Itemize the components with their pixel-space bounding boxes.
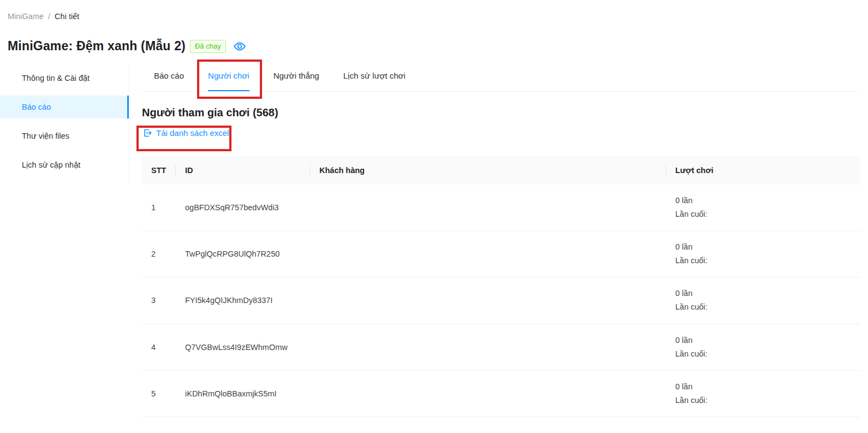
play-count: 0 lần [675, 194, 860, 207]
last-play-label: Lần cuối: [675, 254, 860, 268]
players-table-header: STT ID Khách hàng Lượt chơi [142, 156, 860, 185]
tab-lich-su-luot-choi[interactable]: Lịch sử lượt chơi [343, 64, 406, 91]
cell-stt: 3 [142, 296, 176, 305]
cell-id: FYI5k4gQIJKhmDy8337I [176, 296, 310, 305]
tab-bao-cao[interactable]: Báo cáo [154, 64, 184, 91]
players-section-title: Người tham gia chơi (568) [142, 106, 860, 119]
cell-stt: 5 [142, 389, 176, 398]
page-title: MiniGame: Đệm xanh (Mẫu 2) [8, 39, 186, 54]
cell-plays: 0 lần Lần cuối: [666, 194, 860, 221]
cell-plays: 0 lần Lần cuối: [666, 380, 860, 407]
column-header-plays: Lượt chơi [666, 166, 860, 175]
last-play-label: Lần cuối: [675, 394, 860, 407]
column-header-stt: STT [142, 166, 176, 175]
breadcrumb-minigame-link[interactable]: MiniGame [8, 12, 44, 21]
cell-stt: 1 [142, 203, 176, 212]
sidebar-item-update-history[interactable]: Lịch sử cập nhật [0, 153, 129, 176]
eye-icon [233, 40, 246, 53]
cell-id: Q7VGBwLss4I9zEWhmOmw [176, 343, 310, 352]
last-play-label: Lần cuối: [675, 300, 860, 314]
cell-id: TwPglQcRPG8UlQh7R250 [176, 250, 310, 258]
breadcrumb-separator: / [48, 12, 50, 21]
export-icon [143, 128, 152, 138]
table-row: 5 iKDhRmQloBBaxmjkS5mI 0 lần Lần cuối: [142, 371, 860, 417]
column-header-id: ID [176, 166, 310, 175]
play-count: 0 lần [675, 380, 860, 394]
sidebar-item-file-library[interactable]: Thư viện files [0, 124, 129, 147]
cell-plays: 0 lần Lần cuối: [666, 287, 860, 314]
players-table: STT ID Khách hàng Lượt chơi 1 ogBFDXSqR7… [142, 156, 860, 417]
tab-nguoi-choi[interactable]: Người chơi [208, 64, 249, 91]
sidebar-item-info-settings[interactable]: Thông tin & Cài đặt [0, 67, 129, 90]
download-excel-label: Tải danh sách excel [156, 128, 229, 138]
page-title-row: MiniGame: Đệm xanh (Mẫu 2) Đã chạy [8, 39, 247, 54]
cell-id: iKDhRmQloBBaxmjkS5mI [176, 389, 310, 398]
sidebar-menu: Thông tin & Cài đặt Báo cáo Thư viện fil… [0, 67, 129, 181]
table-row: 3 FYI5k4gQIJKhmDy8337I 0 lần Lần cuối: [142, 277, 860, 324]
breadcrumb-current: Chi tiết [55, 12, 79, 21]
cell-plays: 0 lần Lần cuối: [666, 334, 860, 361]
last-play-label: Lần cuối: [675, 207, 860, 221]
breadcrumb: MiniGame / Chi tiết [8, 12, 79, 21]
sidebar-item-report[interactable]: Báo cáo [0, 96, 129, 118]
play-count: 0 lần [675, 240, 860, 254]
report-tabbar: Báo cáo Người chơi Người thắng Lịch sử l… [142, 64, 860, 92]
play-count: 0 lần [675, 287, 860, 300]
download-excel-link[interactable]: Tải danh sách excel [143, 128, 229, 138]
tab-nguoi-thang[interactable]: Người thắng [274, 64, 319, 91]
preview-button[interactable] [233, 39, 247, 54]
status-badge: Đã chạy [190, 40, 226, 53]
play-count: 0 lần [675, 334, 860, 347]
minigame-detail-page: MiniGame / Chi tiết MiniGame: Đệm xanh (… [0, 0, 868, 433]
last-play-label: Lần cuối: [675, 347, 860, 361]
column-header-customer: Khách hàng [310, 166, 666, 175]
table-row: 4 Q7VGBwLss4I9zEWhmOmw 0 lần Lần cuối: [142, 324, 860, 371]
cell-id: ogBFDXSqR757bedvWdi3 [176, 203, 310, 212]
table-row: 2 TwPglQcRPG8UlQh7R250 0 lần Lần cuối: [142, 231, 860, 277]
table-row: 1 ogBFDXSqR757bedvWdi3 0 lần Lần cuối: [142, 185, 860, 231]
cell-plays: 0 lần Lần cuối: [666, 240, 860, 268]
cell-stt: 2 [142, 250, 176, 258]
cell-stt: 4 [142, 343, 176, 352]
report-content: Báo cáo Người chơi Người thắng Lịch sử l… [142, 64, 860, 417]
